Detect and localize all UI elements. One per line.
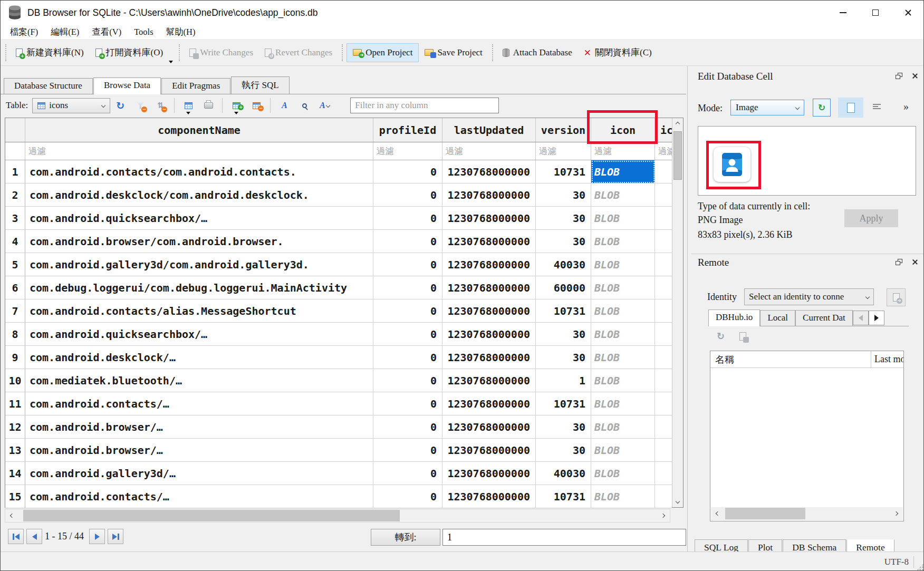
goto-record-button[interactable]: 轉到:: [371, 529, 440, 546]
undock-icon[interactable]: [896, 259, 902, 265]
open-project-button[interactable]: ➜ Open Project: [346, 43, 419, 62]
tab-edit-pragmas[interactable]: Edit Pragmas: [161, 78, 230, 94]
componentName-cell[interactable]: com.android.contacts/com.android.contact…: [25, 160, 373, 183]
componentName-cell[interactable]: com.android.browser/…: [25, 439, 373, 462]
row-number-cell[interactable]: 3: [5, 207, 25, 230]
componentName-cell[interactable]: com.android.browser/com.android.browser.: [25, 230, 373, 253]
row-number-cell[interactable]: 9: [5, 346, 25, 369]
version-cell[interactable]: 30: [536, 207, 591, 230]
filter-cell-icon[interactable]: 過濾: [591, 142, 655, 160]
partial-cell[interactable]: [655, 299, 672, 323]
profileId-cell[interactable]: 0: [373, 392, 442, 415]
icon-blob-cell[interactable]: BLOB: [591, 207, 655, 230]
save-table-dropdown-arrow[interactable]: [186, 112, 190, 114]
partial-cell[interactable]: [655, 183, 672, 207]
horizontal-scrollbar[interactable]: [5, 509, 670, 522]
partial-cell[interactable]: [655, 485, 672, 508]
filter-cell-componentName[interactable]: 過濾: [25, 142, 373, 160]
scroll-right-button[interactable]: [889, 507, 903, 520]
maximize-button[interactable]: [859, 1, 892, 25]
attach-database-button[interactable]: Attach Database: [497, 44, 578, 62]
scroll-right-button[interactable]: [656, 509, 670, 522]
version-cell[interactable]: 40030: [536, 462, 591, 485]
scroll-left-button[interactable]: [5, 509, 19, 522]
icon-blob-cell[interactable]: BLOB: [591, 462, 655, 485]
tree-column-last-modified[interactable]: Last mo: [871, 351, 903, 367]
icon-blob-cell[interactable]: BLOB: [591, 369, 655, 392]
componentName-cell[interactable]: com.android.browser/…: [25, 415, 373, 439]
clear-filters-button[interactable]: −: [132, 96, 148, 114]
scroll-down-button[interactable]: [672, 496, 683, 507]
version-cell[interactable]: 30: [536, 183, 591, 207]
open-database-dropdown-arrow[interactable]: [169, 61, 173, 63]
filter-cell-lastUpdated[interactable]: 過濾: [442, 142, 536, 160]
encoding-indicator[interactable]: UTF-8: [884, 557, 909, 567]
profileId-cell[interactable]: 0: [373, 230, 442, 253]
version-cell[interactable]: 40030: [536, 253, 591, 276]
lastUpdated-cell[interactable]: 1230768000000: [442, 439, 536, 462]
row-number-cell[interactable]: 15: [5, 485, 25, 508]
next-record-button[interactable]: [89, 529, 105, 544]
profileId-cell[interactable]: 0: [373, 369, 442, 392]
remote-tab-local[interactable]: Local: [760, 310, 795, 326]
icon-blob-cell[interactable]: BLOB: [591, 346, 655, 369]
font-search-button[interactable]: A: [316, 96, 332, 114]
componentName-cell[interactable]: com.debug.loggerui/com.debug.loggerui.Ma…: [25, 276, 373, 299]
tree-scroll-thumb[interactable]: [725, 508, 805, 519]
horizontal-scroll-thumb[interactable]: [23, 510, 400, 521]
print-button[interactable]: [200, 96, 216, 114]
icon-blob-cell[interactable]: BLOB: [591, 392, 655, 415]
refresh-button[interactable]: ↻: [112, 96, 128, 114]
last-record-button[interactable]: [108, 529, 123, 544]
profileId-cell[interactable]: 0: [373, 346, 442, 369]
version-cell[interactable]: 30: [536, 323, 591, 346]
componentName-cell[interactable]: com.android.gallery3d/…: [25, 462, 373, 485]
menu-help[interactable]: 幫助(H): [160, 25, 202, 39]
partial-cell[interactable]: [655, 462, 672, 485]
lastUpdated-cell[interactable]: 1230768000000: [442, 160, 536, 183]
partial-cell[interactable]: [655, 346, 672, 369]
icon-blob-cell[interactable]: BLOB: [591, 230, 655, 253]
lastUpdated-cell[interactable]: 1230768000000: [442, 462, 536, 485]
close-button[interactable]: [892, 1, 924, 25]
apply-button[interactable]: Apply: [844, 209, 898, 227]
lastUpdated-cell[interactable]: 1230768000000: [442, 230, 536, 253]
version-cell[interactable]: 1: [536, 369, 591, 392]
profileId-cell[interactable]: 0: [373, 485, 442, 508]
lastUpdated-cell[interactable]: 1230768000000: [442, 207, 536, 230]
close-dock-icon[interactable]: [912, 73, 918, 79]
profileId-cell[interactable]: 0: [373, 462, 442, 485]
componentName-cell[interactable]: com.android.contacts/…: [25, 392, 373, 415]
icon-blob-cell[interactable]: BLOB: [591, 160, 655, 183]
icon-blob-cell[interactable]: BLOB: [591, 439, 655, 462]
remote-tab-current-database[interactable]: Current Dat: [795, 310, 853, 326]
partial-cell[interactable]: [655, 230, 672, 253]
filter-cell-version[interactable]: 過濾: [536, 142, 591, 160]
remote-tab-dbhub[interactable]: DBHub.io: [708, 309, 760, 326]
partial-cell[interactable]: [655, 415, 672, 439]
componentName-cell[interactable]: com.android.deskclock/com.android.deskcl…: [25, 183, 373, 207]
icon-blob-cell[interactable]: BLOB: [591, 323, 655, 346]
lastUpdated-cell[interactable]: 1230768000000: [442, 299, 536, 323]
table-select[interactable]: icons: [32, 98, 110, 113]
partial-cell[interactable]: [655, 207, 672, 230]
version-cell[interactable]: 10731: [536, 160, 591, 183]
lastUpdated-cell[interactable]: 1230768000000: [442, 415, 536, 439]
lastUpdated-cell[interactable]: 1230768000000: [442, 276, 536, 299]
minimize-button[interactable]: [826, 1, 859, 25]
lastUpdated-cell[interactable]: 1230768000000: [442, 346, 536, 369]
icon-blob-cell[interactable]: BLOB: [591, 253, 655, 276]
row-number-cell[interactable]: 4: [5, 230, 25, 253]
scroll-up-button[interactable]: [672, 118, 683, 130]
componentName-cell[interactable]: com.android.contacts/alias.MessageShortc…: [25, 299, 373, 323]
font-button[interactable]: A: [276, 96, 292, 114]
word-wrap-icon[interactable]: [873, 104, 881, 109]
componentName-cell[interactable]: com.android.quicksearchbox/…: [25, 323, 373, 346]
clear-sorting-button[interactable]: ⇅−: [152, 96, 168, 114]
resize-grip[interactable]: [917, 564, 923, 570]
row-number-cell[interactable]: 14: [5, 462, 25, 485]
grid-corner-header[interactable]: [5, 118, 25, 142]
filter-cell-partial[interactable]: 過濾: [655, 142, 672, 160]
tab-database-structure[interactable]: Database Structure: [4, 78, 93, 94]
lastUpdated-cell[interactable]: 1230768000000: [442, 485, 536, 508]
